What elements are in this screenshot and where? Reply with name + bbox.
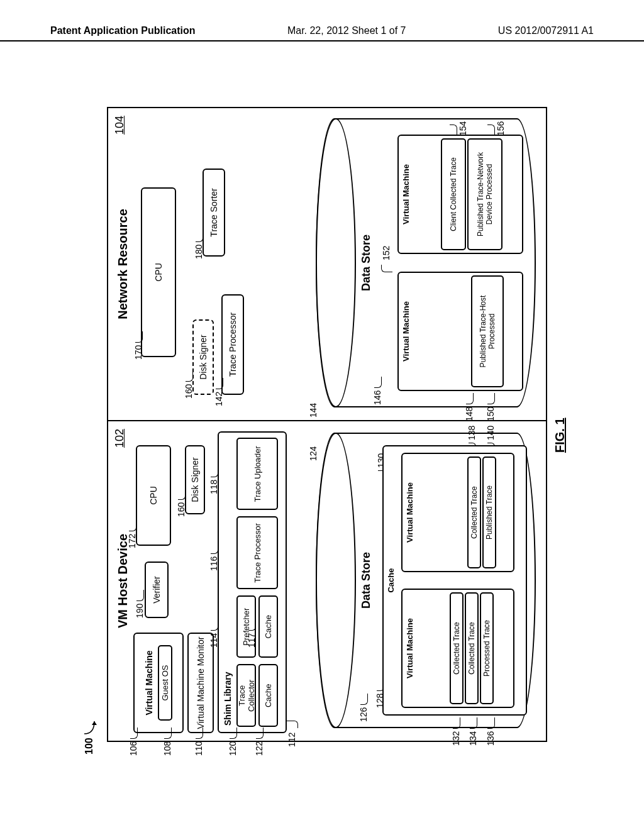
ref-110: 110 <box>194 728 204 756</box>
header-left: Patent Application Publication <box>50 25 196 36</box>
cache-vm2-label: Virtual Machine <box>405 456 414 568</box>
ref-108: 108 <box>162 728 172 756</box>
system-container: VM Host Device 102 Virtual Machine Guest… <box>107 107 547 742</box>
ref-120: 120 <box>228 728 238 756</box>
virtual-machine-box: Virtual Machine Guest OS <box>133 633 184 733</box>
vmm-box: Virtual Machine Monitor <box>187 633 214 733</box>
pub-trace-host: Published Trace-Host Processed <box>471 275 504 387</box>
net-disk-signer-box: Disk Signer <box>192 319 214 395</box>
ref-152: 152 <box>381 246 391 274</box>
figure-label: FIG. 1 <box>553 418 567 453</box>
ref-144: 144 <box>308 403 318 418</box>
cache-label: Cache <box>386 449 396 712</box>
vm-label: Virtual Machine <box>144 650 154 715</box>
host-ref: 102 <box>113 429 126 448</box>
net-cpu-box: CPU <box>141 187 176 357</box>
net-vm1-label: Virtual Machine <box>401 275 411 387</box>
host-datastore: Data Store Cache Virtual Machine Collect… <box>316 433 536 728</box>
ref-118: 118 <box>209 466 219 494</box>
net-title: Network Resource <box>116 113 130 415</box>
ref-160-net: 160 <box>184 370 194 399</box>
client-collected-trace: Client Collected Trace <box>441 138 466 250</box>
ref-112: 112 <box>287 719 297 747</box>
ref-190: 190 <box>135 590 145 618</box>
trace-collector-box: Trace Collector <box>236 665 256 728</box>
host-disk-signer-box: Disk Signer <box>185 445 205 514</box>
pub-trace-net: Published Trace-Network Device Processed <box>467 138 502 250</box>
ref-106: 106 <box>128 728 138 756</box>
ref-117: 117 <box>247 619 257 648</box>
shim-cache1-box: Cache <box>258 665 278 728</box>
net-trace-processor-box: Trace Processor <box>221 294 244 395</box>
verifier-box: Verifier <box>145 562 169 618</box>
page-header: Patent Application Publication Mar. 22, … <box>0 25 644 42</box>
ref-142: 142 <box>214 378 224 406</box>
net-ref: 104 <box>113 116 126 135</box>
header-center: Mar. 22, 2012 Sheet 1 of 7 <box>287 25 406 36</box>
net-vm2-label: Virtual Machine <box>401 138 411 250</box>
figure-area: 100 VM Host Device 102 Virtual Machine G… <box>94 94 566 755</box>
trace-processor-box: Trace Processor <box>236 517 278 590</box>
cache-box: Cache Virtual Machine Collected Trace Co… <box>382 445 527 716</box>
ref-114: 114 <box>209 619 219 648</box>
vm-host-device-panel: VM Host Device 102 Virtual Machine Guest… <box>107 421 547 742</box>
processed-trace: Processed Trace <box>480 592 494 704</box>
net-datastore-label: Data Store <box>360 123 373 402</box>
guest-os-box: Guest OS <box>158 645 172 721</box>
net-vm2: Virtual Machine Client Collected Trace P… <box>397 135 523 254</box>
cache-vm1: Virtual Machine Collected Trace Collecte… <box>401 589 514 708</box>
ref-124: 124 <box>308 446 318 461</box>
ref-116: 116 <box>209 543 219 571</box>
rotated-diagram: 100 VM Host Device 102 Virtual Machine G… <box>94 94 566 755</box>
cache-vm1-label: Virtual Machine <box>405 592 414 704</box>
vm2-published-trace: Published Trace <box>482 456 496 568</box>
shim-label: Shim Library <box>223 436 233 726</box>
collected-trace-1: Collected Trace <box>450 592 464 704</box>
host-title: VM Host Device <box>116 426 130 736</box>
trace-sorter-box: Trace Sorter <box>203 169 225 257</box>
collected-trace-2: Collected Trace <box>465 592 479 704</box>
ref-172: 172 <box>127 520 137 548</box>
shim-library-box: Shim Library Trace Collector Cache Prefe… <box>218 431 287 733</box>
system-ref-100: 100 <box>83 717 97 755</box>
host-datastore-label: Data Store <box>360 438 373 723</box>
network-resource-panel: Network Resource 104 CPU 170 Disk Signer… <box>107 107 547 421</box>
vm2-collected-trace: Collected Trace <box>467 456 481 568</box>
ref-180: 180 <box>194 231 204 259</box>
cache-vm2: Virtual Machine Collected Trace Publishe… <box>401 453 514 572</box>
ref-170: 170 <box>133 331 143 360</box>
net-datastore: Data Store 152 Virtual Machine Published… <box>316 118 536 407</box>
net-vm1: Virtual Machine Published Trace-Host Pro… <box>397 272 523 391</box>
shim-cache2-box: Cache <box>258 595 278 658</box>
ref-160-host: 160 <box>176 489 186 517</box>
trace-uploader-box: Trace Uploader <box>236 438 278 511</box>
ref-122: 122 <box>254 728 264 756</box>
header-right: US 2012/0072911 A1 <box>498 25 594 36</box>
host-cpu-box: CPU <box>136 445 171 546</box>
